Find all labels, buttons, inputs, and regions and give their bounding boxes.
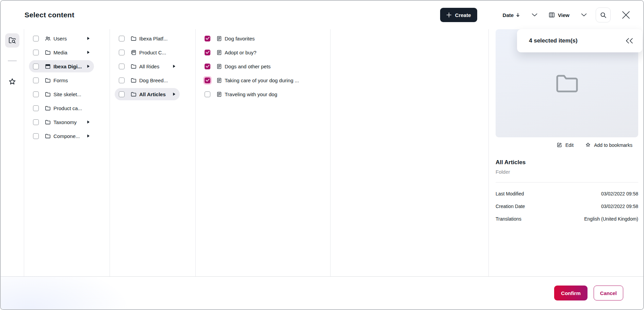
tree-item[interactable]: All Rides	[115, 60, 180, 72]
tree-item[interactable]: Media	[29, 46, 94, 58]
browse-content-tab[interactable]	[5, 33, 19, 48]
item-checkbox[interactable]	[205, 91, 210, 97]
rail-divider	[8, 61, 17, 61]
item-checkbox[interactable]	[33, 119, 39, 125]
caret-right-icon[interactable]	[87, 50, 90, 54]
users-icon	[45, 35, 51, 42]
tree-item[interactable]: Taxonomy	[29, 116, 94, 128]
tree-item[interactable]: Forms	[29, 74, 94, 86]
tree-item[interactable]: Adopt or buy?	[200, 46, 323, 58]
tree-item-label: Adopt or buy?	[225, 50, 256, 55]
detail-label: Creation Date	[496, 204, 525, 209]
select-content-dialog: Select content Create Date View	[0, 0, 644, 310]
tree-item-label: Product C...	[139, 50, 166, 55]
tree-item-label: Traveling with your dog	[225, 91, 277, 97]
item-checkbox[interactable]	[33, 64, 39, 69]
item-type: Folder	[496, 169, 638, 175]
tree-item-label: Ibexa Platf...	[139, 36, 167, 41]
item-checkbox[interactable]	[33, 36, 39, 41]
create-button[interactable]: Create	[440, 8, 477, 22]
item-checkbox[interactable]	[205, 50, 210, 55]
tree-column-empty	[331, 29, 489, 278]
tree-item-label: Dog favorites	[225, 36, 255, 41]
tree-item-label: Dog Breed...	[139, 78, 168, 83]
tree-item[interactable]: All Articles	[115, 88, 180, 100]
item-checkbox[interactable]	[33, 50, 39, 55]
detail-row-last-modified: Last Modified 03/02/2022 09:58	[496, 187, 638, 200]
tree-item[interactable]: Ibexa Platf...	[115, 32, 180, 45]
item-checkbox[interactable]	[119, 50, 125, 55]
item-checkbox[interactable]	[33, 133, 39, 139]
caret-right-icon[interactable]	[87, 36, 90, 40]
tree-item[interactable]: Compone...	[29, 130, 94, 142]
folder-icon	[45, 49, 51, 56]
sort-dropdown[interactable]: Date	[503, 12, 538, 18]
tree-item[interactable]: Dog favorites	[200, 32, 323, 45]
tree-column-2: Ibexa Platf...Product C...All RidesDog B…	[110, 29, 196, 278]
item-checkbox[interactable]	[33, 91, 39, 97]
detail-label: Translations	[496, 216, 521, 222]
item-checkbox[interactable]	[205, 36, 210, 41]
tree-item-label: Taking care of your dog during ...	[225, 78, 299, 83]
dialog-header: Select content Create Date View	[1, 1, 643, 29]
collapse-panel-button[interactable]	[625, 38, 633, 44]
tree-item[interactable]: Traveling with your dog	[200, 88, 323, 100]
left-icon-rail	[1, 29, 24, 278]
item-checkbox[interactable]	[205, 64, 210, 69]
tree-item[interactable]: Users	[29, 32, 94, 45]
view-switcher[interactable]: View	[548, 12, 587, 18]
confirm-button[interactable]: Confirm	[554, 286, 587, 300]
caret-right-icon[interactable]	[173, 92, 176, 96]
detail-value: 03/02/2022 09:58	[601, 191, 638, 196]
item-checkbox[interactable]	[119, 91, 125, 97]
edit-icon	[557, 142, 562, 148]
search-icon	[600, 12, 607, 18]
tree-item[interactable]: Product C...	[115, 46, 180, 58]
folder-search-icon	[8, 36, 16, 45]
tree-item[interactable]: Taking care of your dog during ...	[200, 74, 323, 86]
item-title: All Articles	[496, 159, 638, 166]
article-icon	[216, 63, 222, 70]
search-button[interactable]	[596, 7, 611, 22]
folder-large-icon	[556, 74, 578, 93]
add-to-bookmarks-button[interactable]: Add to bookmarks	[585, 142, 632, 148]
dialog-body: UsersMediaIbexa Digi...FormsSite skelet.…	[1, 29, 643, 278]
detail-row-creation-date: Creation Date 03/02/2022 09:58	[496, 200, 638, 212]
caret-right-icon[interactable]	[87, 120, 90, 124]
tree-column-3: Dog favoritesAdopt or buy?Dogs and other…	[196, 29, 331, 278]
selected-items-card: 4 selected item(s)	[517, 29, 642, 52]
tree-column-1: UsersMediaIbexa Digi...FormsSite skelet.…	[24, 29, 110, 278]
catalog-icon	[130, 49, 137, 56]
item-meta: All Articles Folder Last Modified 03/02/…	[496, 159, 638, 225]
sort-dropdown-label: Date	[503, 12, 514, 18]
item-checkbox[interactable]	[119, 78, 125, 83]
detail-row-translations: Translations English (United Kingdom)	[496, 212, 638, 225]
item-checkbox[interactable]	[119, 36, 125, 41]
tree-item[interactable]: Product ca...	[29, 102, 94, 114]
plus-icon	[446, 12, 452, 18]
bookmarks-tab[interactable]	[5, 75, 19, 89]
item-checkbox[interactable]	[119, 64, 125, 69]
tree-item[interactable]: Ibexa Digi...	[29, 60, 94, 72]
double-chevron-left-icon	[625, 38, 633, 44]
tree-item[interactable]: Dogs and other pets	[200, 60, 323, 72]
dialog-footer: Confirm Cancel	[1, 276, 643, 309]
article-icon	[216, 77, 222, 84]
tree-item-label: Dogs and other pets	[225, 64, 271, 69]
cancel-button[interactable]: Cancel	[594, 286, 623, 300]
tree-item[interactable]: Dog Breed...	[115, 74, 180, 86]
edit-button[interactable]: Edit	[557, 142, 574, 148]
caret-right-icon[interactable]	[173, 64, 176, 68]
detail-value: English (United Kingdom)	[584, 216, 638, 222]
detail-label: Last Modified	[496, 191, 524, 196]
close-button[interactable]	[620, 9, 632, 21]
details-panel: 4 selected item(s) Edit	[489, 29, 644, 278]
item-checkbox[interactable]	[205, 78, 210, 83]
caret-right-icon[interactable]	[87, 64, 90, 68]
item-checkbox[interactable]	[33, 78, 39, 83]
meta-divider	[496, 182, 638, 183]
folder-icon	[45, 133, 51, 139]
item-checkbox[interactable]	[33, 105, 39, 111]
caret-right-icon[interactable]	[87, 134, 90, 138]
tree-item[interactable]: Site skelet...	[29, 88, 94, 100]
